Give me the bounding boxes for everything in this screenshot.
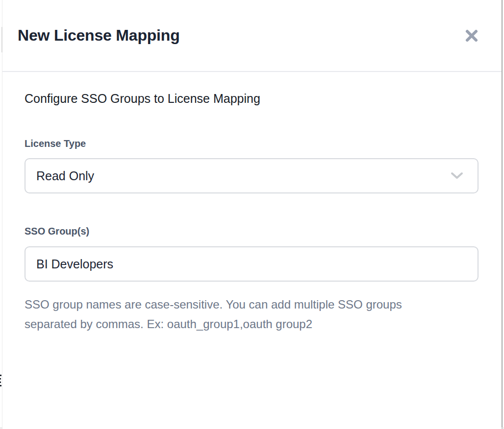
screen: New License Mapping Configure SSO Groups… — [0, 0, 504, 429]
dialog-header: New License Mapping — [2, 0, 502, 72]
page-right-edge-divider — [502, 0, 503, 429]
license-type-select[interactable]: Read Only — [25, 158, 479, 193]
clipped-text-fragment — [0, 385, 1, 386]
chevron-down-icon — [450, 171, 464, 180]
license-type-label: License Type — [25, 138, 479, 149]
background-page-clipped-content — [0, 375, 2, 388]
dialog-description: Configure SSO Groups to License Mapping — [25, 91, 479, 106]
clipped-text-fragment — [0, 381, 1, 383]
sso-groups-label: SSO Group(s) — [25, 225, 479, 237]
new-license-mapping-dialog: New License Mapping Configure SSO Groups… — [2, 0, 502, 429]
clipped-text-fragment — [0, 378, 1, 380]
license-type-selected-value: Read Only — [36, 169, 94, 183]
dialog-title: New License Mapping — [18, 26, 179, 45]
dialog-body: Configure SSO Groups to License Mapping … — [2, 72, 502, 334]
clipped-text-fragment — [0, 375, 1, 376]
sso-groups-helper-text: SSO group names are case-sensitive. You … — [25, 295, 457, 334]
close-icon — [464, 28, 479, 43]
sso-groups-input[interactable] — [25, 246, 479, 282]
close-button[interactable] — [461, 25, 482, 46]
